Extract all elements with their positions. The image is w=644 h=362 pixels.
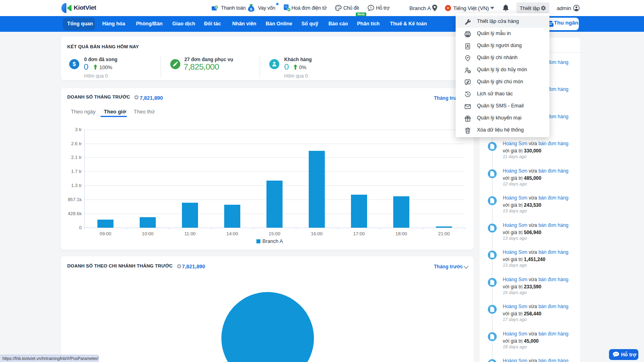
svg-text:$: $: [250, 7, 252, 11]
svg-text:đ: đ: [216, 6, 218, 8]
svg-text:!: !: [370, 6, 372, 10]
